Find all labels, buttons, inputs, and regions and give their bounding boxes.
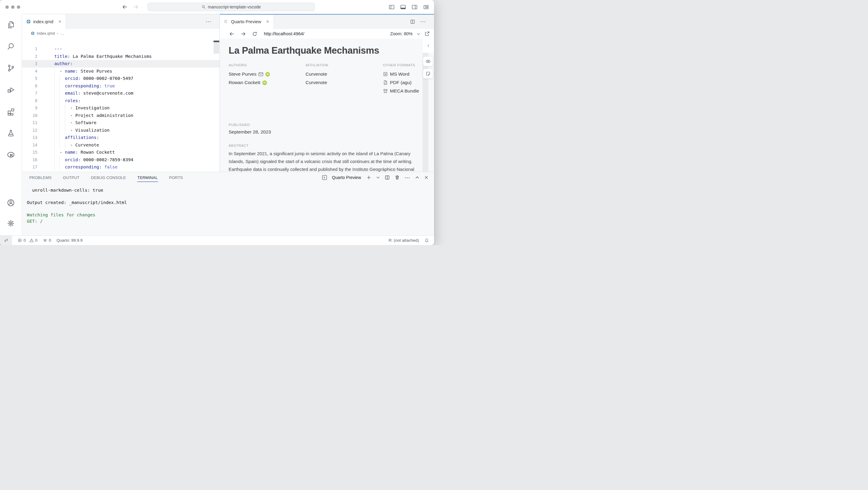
code-line-4[interactable]: 4 - name: Steve Purves <box>22 67 220 75</box>
tab-index-qmd[interactable]: index.qmd ✕ <box>22 14 66 29</box>
quarto-version-status[interactable]: Quarto: 99.9.9 <box>57 238 83 242</box>
preview-refresh-icon[interactable] <box>252 31 257 37</box>
panel-tab-output[interactable]: OUTPUT <box>63 173 80 183</box>
breadcrumb[interactable]: index.qmd › … <box>22 29 220 37</box>
remote-indicator[interactable] <box>0 236 12 245</box>
toggle-primary-sidebar-icon[interactable] <box>389 4 395 10</box>
code-line-5[interactable]: 5 orcid: 0000-0002-0760-5497 <box>22 75 220 82</box>
r-language-icon[interactable]: R <box>7 151 15 159</box>
chevron-down-icon[interactable] <box>416 32 421 36</box>
split-terminal-icon[interactable] <box>384 175 390 180</box>
published-label: PUBLISHED <box>228 123 422 127</box>
terminal-line: Watching files for changes <box>27 212 434 218</box>
terminal-dropdown-icon[interactable] <box>376 175 380 180</box>
minimize-window-icon[interactable] <box>11 5 14 9</box>
orcid-icon[interactable]: iD <box>266 72 270 76</box>
mail-icon[interactable] <box>258 72 263 76</box>
zoom-level-label[interactable]: Zoom: 80% <box>390 31 412 36</box>
code-line-6[interactable]: 6 corresponding: true <box>22 82 220 90</box>
open-external-icon[interactable] <box>424 31 430 36</box>
history-forward-icon[interactable] <box>133 4 139 10</box>
affiliation-row: Curvenote <box>306 70 380 78</box>
preview-actions-more-icon[interactable]: ⋯ <box>420 19 426 24</box>
history-back-icon[interactable] <box>122 4 128 10</box>
code-line-10[interactable]: 10 - Project administration <box>22 112 220 119</box>
code-line-14[interactable]: 14 - Curvenote <box>22 141 220 149</box>
editor-actions-more-icon[interactable]: ⋯ <box>206 19 212 24</box>
terminal-session-label[interactable]: Quarto Preview <box>332 175 361 180</box>
status-bar: 0 0 0 Quarto: 99.9.9 R: (not attached) <box>0 235 434 245</box>
breadcrumb-more[interactable]: … <box>60 31 64 36</box>
code-line-7[interactable]: 7 email: steve@curvenote.com <box>22 90 220 97</box>
orcid-icon[interactable]: iD <box>262 80 267 85</box>
authors-label: AUTHORS <box>228 63 303 67</box>
panel-tab-debug-console[interactable]: DEBUG CONSOLE <box>91 173 126 183</box>
maximize-panel-icon[interactable] <box>415 175 420 180</box>
notes-button[interactable] <box>423 69 433 79</box>
panel-tab-ports[interactable]: PORTS <box>169 173 183 183</box>
line-number: 6 <box>22 82 37 90</box>
tab-label: Quarto Preview <box>231 19 261 24</box>
search-view-icon[interactable] <box>7 42 15 51</box>
zoom-window-icon[interactable] <box>17 5 20 9</box>
code-editor[interactable]: 1---2title: La Palma Earthquake Mechanis… <box>22 37 220 172</box>
code-line-9[interactable]: 9 - Investigation <box>22 104 220 112</box>
line-number: 13 <box>22 134 37 141</box>
format-label: MECA Bundle <box>390 88 419 94</box>
bottom-panel: PROBLEMSOUTPUTDEBUG CONSOLETERMINALPORTS… <box>22 172 434 235</box>
breadcrumb-file[interactable]: index.qmd <box>37 31 55 36</box>
testing-icon[interactable] <box>7 129 15 137</box>
preview-tab-strip: Quarto Preview ✕ ⋯ <box>220 14 434 29</box>
r-status[interactable]: R: (not attached) <box>389 238 419 242</box>
explorer-icon[interactable] <box>7 21 15 29</box>
terminal-output[interactable]: unroll-markdown-cells: true Output creat… <box>22 183 434 235</box>
problems-status[interactable]: 0 0 <box>18 238 37 242</box>
author-row: Rowan CockettiD <box>228 78 303 87</box>
code-line-15[interactable]: 15 - name: Rowan Cockett <box>22 149 220 156</box>
code-line-12[interactable]: 12 - Visualization <box>22 127 220 134</box>
kill-terminal-icon[interactable] <box>395 175 400 180</box>
panel-more-icon[interactable]: ⋯ <box>404 175 410 181</box>
code-line-1[interactable]: 1--- <box>22 45 220 53</box>
settings-gear-icon[interactable] <box>7 219 15 228</box>
code-line-8[interactable]: 8 roles: <box>22 97 220 105</box>
close-panel-icon[interactable] <box>424 175 429 180</box>
warning-count: 0 <box>35 238 38 242</box>
command-center-search[interactable]: manuscript-template-vscode <box>148 3 315 11</box>
close-tab-icon[interactable]: ✕ <box>58 19 62 24</box>
run-and-debug-icon[interactable] <box>7 86 15 94</box>
toggle-visibility-button[interactable] <box>423 56 433 66</box>
preview-url[interactable]: http://localhost:4964/ <box>264 31 304 36</box>
code-line-3[interactable]: 3author: <box>22 60 220 67</box>
tab-quarto-preview[interactable]: Quarto Preview ✕ <box>220 14 274 29</box>
collapse-sidebar-button[interactable] <box>423 39 434 53</box>
customize-layout-icon[interactable] <box>423 4 429 10</box>
ports-status[interactable]: 0 <box>43 238 51 242</box>
abstract-text: In September 2021, a significant jump in… <box>228 150 424 172</box>
code-line-13[interactable]: 13 affiliations: <box>22 134 220 141</box>
preview-forward-icon[interactable] <box>240 31 246 37</box>
tab-label: index.qmd <box>33 19 53 24</box>
panel-tab-problems[interactable]: PROBLEMS <box>29 173 52 183</box>
extensions-icon[interactable] <box>7 107 15 116</box>
preview-back-icon[interactable] <box>229 31 235 37</box>
code-line-16[interactable]: 16 orcid: 0000-0002-7859-8394 <box>22 156 220 164</box>
accounts-icon[interactable] <box>7 199 15 207</box>
format-label: PDF (agu) <box>390 80 412 85</box>
panel-tab-terminal[interactable]: TERMINAL <box>137 173 158 183</box>
new-terminal-icon[interactable] <box>366 175 372 180</box>
pdf-file-icon <box>383 80 388 85</box>
split-editor-icon[interactable] <box>410 19 415 24</box>
svg-text:R: R <box>10 153 13 158</box>
toggle-panel-icon[interactable] <box>400 4 406 10</box>
source-control-icon[interactable] <box>7 64 15 72</box>
word-file-icon <box>383 72 388 76</box>
terminal-line <box>27 206 434 212</box>
code-line-17[interactable]: 17 corresponding: false <box>22 163 220 171</box>
notifications-bell-icon[interactable] <box>424 238 429 243</box>
close-window-icon[interactable] <box>5 5 9 9</box>
code-line-2[interactable]: 2title: La Palma Earthquake Mechanisms <box>22 53 220 60</box>
code-line-11[interactable]: 11 - Software <box>22 119 220 127</box>
toggle-secondary-sidebar-icon[interactable] <box>411 4 418 10</box>
close-tab-icon[interactable]: ✕ <box>266 19 269 24</box>
